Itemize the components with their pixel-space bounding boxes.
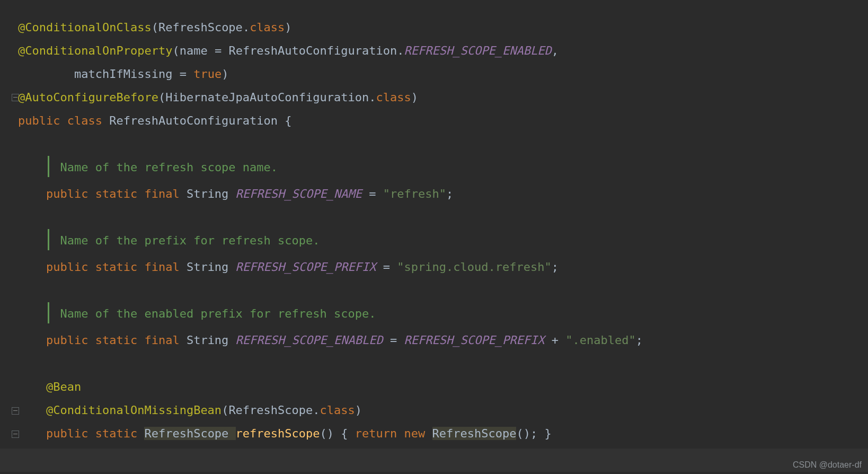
keyword: public class [18,114,109,127]
code-line: @AutoConfigureBefore(HibernateJpaAutoCon… [18,86,418,109]
keyword: class [320,403,355,417]
type-ref: RefreshScope [158,21,243,34]
static-field: REFRESH_SCOPE_NAME [236,187,362,200]
javadoc-line: Name of the refresh scope name. [18,156,278,179]
static-field: REFRESH_SCOPE_PREFIX [236,260,376,274]
keyword: new [404,427,426,440]
javadoc-text: Name of the enabled prefix for refresh s… [60,307,376,320]
class-name: RefreshAutoConfiguration [109,114,285,127]
code-line: public static RefreshScope refreshScope(… [18,422,552,445]
javadoc-text: Name of the prefix for refresh scope. [60,234,320,247]
static-field: REFRESH_SCOPE_ENABLED [404,44,552,57]
method-name: refreshScope [236,427,320,440]
string-literal: "spring.cloud.refresh" [397,260,551,274]
annotation: @ConditionalOnClass [18,21,152,34]
string-literal: ".enabled" [565,333,635,347]
javadoc-line: Name of the enabled prefix for refresh s… [18,302,376,326]
keyword: true [193,67,222,81]
code-line: @ConditionalOnClass(RefreshScope.class) [18,16,292,39]
code-line: @ConditionalOnMissingBean(RefreshScope.c… [18,399,362,422]
code-line: public static final String REFRESH_SCOPE… [18,329,643,352]
annotation: @AutoConfigureBefore [18,91,158,104]
code-line: @Bean [18,375,81,399]
keyword: public static final [46,333,187,347]
code-line: public static final String REFRESH_SCOPE… [18,182,453,206]
code-line: public class RefreshAutoConfiguration { [18,109,292,133]
code-line: public static final String REFRESH_SCOPE… [18,256,559,279]
keyword: public static [46,427,144,440]
annotation: @ConditionalOnMissingBean [46,403,222,417]
keyword: public static final [46,187,187,200]
watermark-text: CSDN @dotaer-df [793,460,862,470]
code-line: matchIfMissing = true) [18,63,228,86]
static-field: REFRESH_SCOPE_ENABLED [236,333,383,347]
code-editor[interactable]: @ConditionalOnClass(RefreshScope.class) … [18,0,868,474]
keyword: public static final [46,260,187,274]
code-line: @ConditionalOnProperty(name = RefreshAut… [18,39,559,63]
keyword: return [355,427,397,440]
keyword: class [376,91,411,104]
gutter [0,0,18,474]
string-literal: "refresh" [383,187,446,200]
javadoc-line: Name of the prefix for refresh scope. [18,229,320,252]
keyword: class [250,21,285,34]
annotation: @ConditionalOnProperty [18,44,172,57]
javadoc-text: Name of the refresh scope name. [60,161,278,174]
static-field: REFRESH_SCOPE_PREFIX [404,333,545,347]
annotation: @Bean [46,380,81,393]
